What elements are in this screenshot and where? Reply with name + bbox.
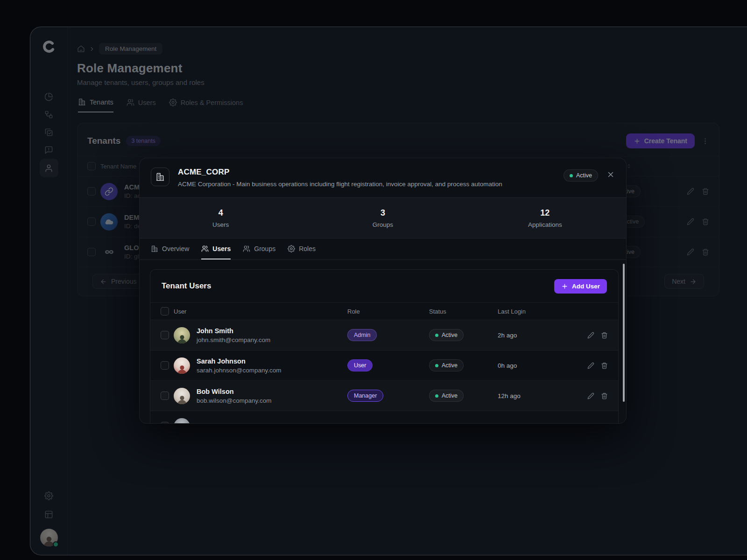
user-name: Bob Wilson [197,388,272,395]
tenant-users-card: Tenant Users Add User User Role Status L… [150,269,619,424]
stat-value: 3 [381,208,385,218]
edit-icon[interactable] [587,392,594,399]
tenant-status-badge: Active [564,169,598,182]
avatar [174,357,190,374]
status-dot [435,394,438,398]
building-icon [151,245,158,252]
gear-icon [288,245,295,252]
status-dot [570,174,573,177]
delete-icon[interactable] [601,392,608,399]
tenant-users-title: Tenant Users [162,281,211,291]
row-checkbox[interactable] [161,422,169,424]
modal-header: ACME_CORP ACME Corporation - Main busine… [140,158,626,197]
col-user: User [174,308,347,315]
user-name: John Smith [197,327,270,335]
modal-tabs: Overview Users Groups Roles [140,238,626,260]
col-role: Role [347,308,429,315]
tab-label: Roles [299,245,316,252]
delete-icon[interactable] [601,332,608,339]
stat-value: 12 [540,208,550,218]
plus-icon [561,283,568,290]
status-dot [435,334,438,337]
avatar [174,388,190,404]
modal-title: ACME_CORP [178,168,564,177]
stat-applications: 12 Applications [464,198,626,238]
row-checkbox[interactable] [161,361,169,370]
role-badge: Admin [347,329,377,341]
add-user-button[interactable]: Add User [554,279,607,294]
tab-label: Users [212,245,231,252]
delete-icon[interactable] [601,362,608,369]
user-row[interactable]: John Smith john.smith@company.com Admin … [150,320,618,350]
edit-icon[interactable] [587,362,594,369]
users-table-header: User Role Status Last Login [150,302,618,320]
user-row[interactable]: Bob Wilson bob.wilson@company.com Manage… [150,381,618,411]
tab-label: Groups [254,245,275,252]
modal-content: Tenant Users Add User User Role Status L… [140,260,626,424]
building-icon [151,168,169,186]
last-login: 0h ago [498,362,578,369]
user-row[interactable]: Sarah Johnson sarah.johnson@company.com … [150,350,618,381]
screen: Role Management Role Management Manage t… [0,0,747,560]
modal-scrollbar[interactable] [623,264,625,402]
stat-label: Users [212,221,229,228]
modal-description: ACME Corporation - Main business operati… [178,181,564,188]
stat-label: Applications [528,221,562,228]
status-dot [435,364,438,367]
users-icon [201,245,209,252]
tenant-stats: 4 Users 3 Groups 12 Applications [140,197,626,238]
role-badge: User [347,359,373,371]
role-badge: Manager [347,390,383,402]
tenant-detail-modal: ACME_CORP ACME Corporation - Main busine… [139,158,627,424]
add-user-label: Add User [572,283,600,290]
user-email: bob.wilson@company.com [197,397,272,404]
modal-tab-roles[interactable]: Roles [288,238,316,259]
user-name: Carol Davis [197,422,234,424]
close-icon[interactable] [606,170,615,179]
col-last-login: Last Login [498,308,578,315]
status-label: Active [576,172,592,179]
last-login: 12h ago [498,392,578,399]
row-checkbox[interactable] [161,331,169,339]
users-icon [243,245,250,252]
status-badge: Active [442,332,458,338]
tab-label: Overview [162,245,189,252]
modal-tab-users[interactable]: Users [201,238,231,259]
user-email: john.smith@company.com [197,336,270,343]
stat-groups: 3 Groups [302,198,464,238]
stat-users: 4 Users [140,198,302,238]
col-status: Status [429,308,498,315]
user-email: sarah.johnson@company.com [197,367,282,374]
avatar [174,418,190,424]
status-badge: Active [442,362,458,369]
user-name: Sarah Johnson [197,357,282,365]
select-all-checkbox[interactable] [161,307,169,315]
user-row[interactable]: Carol Davis [150,411,618,424]
last-login: 2h ago [498,332,578,339]
status-badge: Active [442,392,458,399]
modal-tab-groups[interactable]: Groups [243,238,275,259]
row-checkbox[interactable] [161,392,169,400]
avatar [174,327,190,343]
edit-icon[interactable] [587,332,594,339]
modal-tab-overview[interactable]: Overview [151,238,189,259]
stat-value: 4 [218,208,223,218]
stat-label: Groups [373,221,393,228]
